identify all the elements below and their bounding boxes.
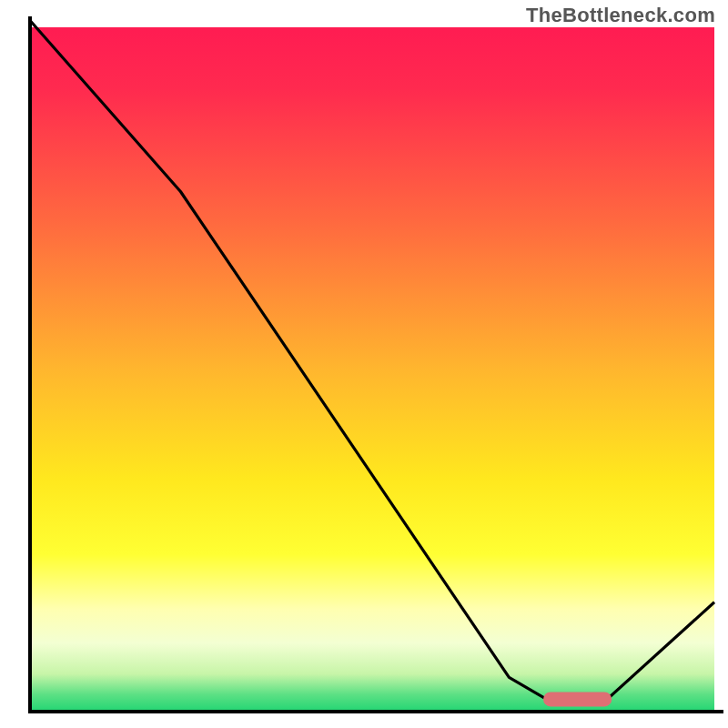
plot-background bbox=[30, 27, 714, 712]
bottleneck-chart bbox=[0, 0, 728, 728]
chart-container: TheBottleneck.com bbox=[0, 0, 728, 728]
optimal-range-marker bbox=[543, 692, 612, 706]
watermark-text: TheBottleneck.com bbox=[526, 4, 715, 27]
